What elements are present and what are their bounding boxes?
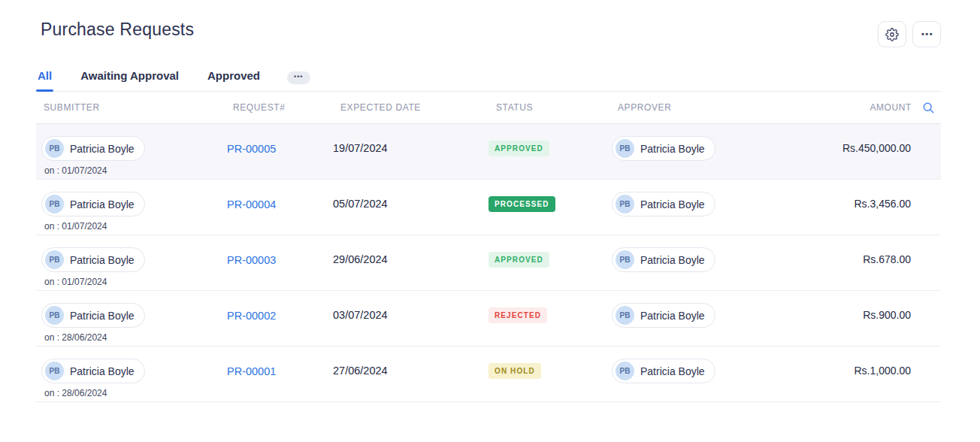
- approver-cell: PBPatricia Boyle: [610, 291, 782, 346]
- person-name: Patricia Boyle: [640, 198, 705, 210]
- request-number-link[interactable]: PR-00002: [227, 310, 276, 322]
- purchase-requests-page: Purchase Requests ••• AllAwaiting Approv…: [0, 0, 980, 442]
- page-title: Purchase Requests: [41, 20, 194, 40]
- avatar: PB: [616, 139, 634, 158]
- submitter-cell: PBPatricia Boyleon : 01/07/2024: [36, 124, 225, 179]
- approver-cell: PBPatricia Boyle: [610, 347, 782, 401]
- column-header-expected-date[interactable]: EXPECTED DATE: [333, 102, 488, 113]
- person-name: Patricia Boyle: [70, 254, 135, 266]
- expected-date-cell: 03/07/2024: [333, 291, 488, 346]
- person-name: Patricia Boyle: [70, 143, 135, 155]
- avatar: PB: [45, 195, 64, 213]
- approver-cell: PBPatricia Boyle: [610, 235, 782, 290]
- column-header-request[interactable]: REQUEST#: [225, 102, 333, 113]
- column-header-label: SUBMITTER: [44, 102, 100, 113]
- amount-cell: Rs.3,456.00: [782, 180, 941, 235]
- expected-date-cell: 27/06/2024: [333, 347, 488, 401]
- approver-chip: PBPatricia Boyle: [612, 247, 715, 272]
- request-number-cell: PR-00004: [225, 180, 333, 235]
- expected-date-cell: 29/06/2024: [333, 235, 488, 290]
- column-header-label: AMOUNT: [870, 102, 912, 113]
- status-badge: APPROVED: [488, 252, 549, 268]
- approver-chip: PBPatricia Boyle: [612, 136, 715, 161]
- status-cell: ON HOLD: [488, 347, 610, 401]
- avatar: PB: [616, 306, 634, 325]
- status-cell: PROCESSED: [488, 180, 610, 235]
- submitted-on-date: on : 01/07/2024: [44, 277, 225, 287]
- status-badge: PROCESSED: [488, 196, 555, 212]
- amount-cell: Rs.678.00: [782, 235, 941, 290]
- expected-date-cell: 05/07/2024: [333, 180, 488, 235]
- column-header-status[interactable]: STATUS: [488, 102, 610, 113]
- column-header-approver[interactable]: APPROVER: [610, 102, 782, 113]
- table-row[interactable]: PBPatricia Boyleon : 01/07/2024PR-000040…: [36, 180, 941, 235]
- avatar: PB: [616, 195, 634, 213]
- submitted-on-date: on : 28/06/2024: [44, 332, 225, 343]
- ellipsis-icon: •••: [920, 30, 933, 38]
- submitted-on-date: on : 01/07/2024: [44, 165, 225, 176]
- request-number-cell: PR-00002: [225, 291, 333, 346]
- column-header-submitter[interactable]: SUBMITTER: [36, 102, 225, 113]
- amount-cell: Rs.450,000.00: [782, 124, 941, 179]
- submitter-chip: PBPatricia Boyle: [41, 247, 145, 272]
- status-badge: REJECTED: [488, 307, 547, 323]
- table-row[interactable]: PBPatricia Boyleon : 01/07/2024PR-000032…: [36, 235, 941, 291]
- submitter-cell: PBPatricia Boyleon : 01/07/2024: [36, 180, 225, 235]
- person-name: Patricia Boyle: [70, 310, 135, 322]
- approver-cell: PBPatricia Boyle: [610, 124, 782, 179]
- expected-date-cell: 19/07/2024: [333, 124, 488, 179]
- submitter-chip: PBPatricia Boyle: [41, 192, 145, 216]
- person-name: Patricia Boyle: [640, 143, 705, 155]
- settings-button[interactable]: [878, 21, 906, 47]
- approver-chip: PBPatricia Boyle: [612, 303, 715, 328]
- table-header-row: SUBMITTERREQUEST#EXPECTED DATESTATUSAPPR…: [36, 92, 941, 124]
- table-row[interactable]: PBPatricia Boyleon : 28/06/2024PR-000020…: [36, 291, 941, 347]
- avatar: PB: [45, 306, 64, 325]
- more-actions-button[interactable]: •••: [912, 21, 941, 47]
- tab-approved[interactable]: Approved: [206, 66, 262, 91]
- table-body: PBPatricia Boyleon : 01/07/2024PR-000051…: [36, 124, 941, 402]
- status-badge: ON HOLD: [488, 363, 541, 379]
- column-header-amount[interactable]: AMOUNT: [782, 101, 941, 114]
- request-number-link[interactable]: PR-00005: [227, 143, 276, 155]
- avatar: PB: [616, 362, 634, 380]
- status-cell: APPROVED: [488, 235, 610, 290]
- submitter-cell: PBPatricia Boyleon : 28/06/2024: [36, 291, 225, 346]
- request-number-link[interactable]: PR-00001: [227, 365, 276, 377]
- request-number-link[interactable]: PR-00004: [227, 198, 276, 210]
- avatar: PB: [616, 250, 634, 269]
- tab-all[interactable]: All: [36, 66, 53, 91]
- person-name: Patricia Boyle: [640, 254, 705, 266]
- request-number-cell: PR-00001: [225, 347, 333, 401]
- column-header-label: EXPECTED DATE: [340, 102, 421, 113]
- submitter-cell: PBPatricia Boyleon : 01/07/2024: [36, 235, 225, 290]
- submitter-cell: PBPatricia Boyleon : 28/06/2024: [36, 347, 225, 401]
- column-header-label: STATUS: [496, 102, 533, 113]
- avatar: PB: [45, 250, 64, 269]
- search-icon[interactable]: [922, 101, 935, 114]
- submitter-chip: PBPatricia Boyle: [41, 359, 145, 383]
- amount-cell: Rs.900.00: [782, 291, 941, 346]
- table-row[interactable]: PBPatricia Boyleon : 01/07/2024PR-000051…: [36, 124, 941, 180]
- amount-cell: Rs.1,000.00: [782, 347, 941, 401]
- gear-icon: [885, 28, 899, 41]
- submitter-chip: PBPatricia Boyle: [41, 136, 145, 161]
- avatar: PB: [45, 139, 64, 158]
- person-name: Patricia Boyle: [70, 365, 135, 377]
- approver-chip: PBPatricia Boyle: [612, 192, 715, 216]
- person-name: Patricia Boyle: [70, 198, 135, 210]
- tab-awaiting-approval[interactable]: Awaiting Approval: [79, 66, 180, 91]
- column-header-label: APPROVER: [618, 102, 672, 113]
- request-number-link[interactable]: PR-00003: [227, 254, 276, 266]
- submitter-chip: PBPatricia Boyle: [41, 303, 145, 328]
- status-badge: APPROVED: [488, 141, 549, 156]
- view-tabs: AllAwaiting ApprovalApproved•••: [36, 66, 941, 92]
- avatar: PB: [45, 362, 64, 380]
- purchase-requests-table: SUBMITTERREQUEST#EXPECTED DATESTATUSAPPR…: [36, 92, 941, 402]
- person-name: Patricia Boyle: [640, 310, 705, 322]
- table-row[interactable]: PBPatricia Boyleon : 28/06/2024PR-000012…: [36, 347, 941, 402]
- approver-cell: PBPatricia Boyle: [610, 180, 782, 235]
- request-number-cell: PR-00005: [225, 124, 333, 179]
- status-cell: REJECTED: [488, 291, 610, 346]
- tabs-more-button[interactable]: •••: [287, 71, 310, 84]
